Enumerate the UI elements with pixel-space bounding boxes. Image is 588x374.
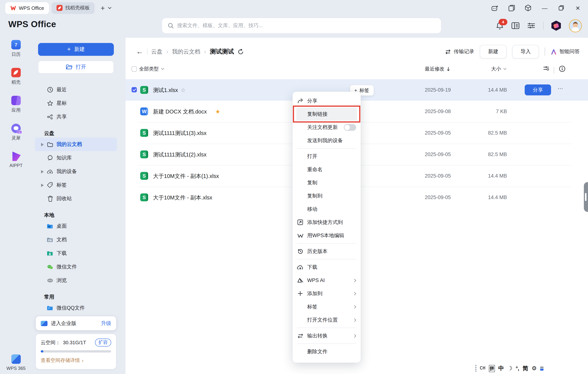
- side-panel-pull-handle[interactable]: [584, 182, 588, 212]
- rail-item-calendar[interactable]: 7 日历: [0, 40, 32, 58]
- menu-item-output-convert[interactable]: 输出转换: [293, 329, 361, 342]
- menu-item-tag[interactable]: 标签: [293, 300, 361, 313]
- expand-storage-button[interactable]: 扩容: [95, 339, 111, 346]
- ime-simplified-mode[interactable]: 简: [523, 365, 528, 372]
- new-tab-button[interactable]: +: [101, 4, 105, 11]
- tab-wps-office[interactable]: WPS Office: [5, 2, 49, 14]
- minimize-button[interactable]: —: [541, 5, 549, 11]
- rail-item-lingxi[interactable]: 灵犀: [0, 124, 32, 141]
- workspace-app-icon[interactable]: [551, 21, 561, 31]
- menu-item-edit-with-wps-local[interactable]: 用WPS本地编辑: [293, 229, 361, 242]
- sidebar-item-knowledge-base[interactable]: 知识库: [35, 151, 117, 165]
- menu-item-share[interactable]: 分享: [293, 94, 361, 107]
- close-button[interactable]: ✕: [574, 5, 582, 11]
- sidebar-item-recycle-bin[interactable]: 回收站: [35, 192, 117, 205]
- menu-item-follow-updates[interactable]: 关注文档更新: [293, 121, 361, 134]
- back-button[interactable]: ←: [136, 47, 143, 56]
- menu-item-move[interactable]: 移动: [293, 203, 361, 216]
- type-filter[interactable]: 全部类型: [139, 66, 159, 72]
- enterprise-banner[interactable]: 进入企业版 升级: [36, 316, 116, 330]
- ime-skin-icon[interactable]: [540, 366, 544, 370]
- upgrade-link[interactable]: 升级: [101, 320, 111, 327]
- menu-item-send-to-device[interactable]: 发送到我的设备: [293, 134, 361, 147]
- file-name[interactable]: 新建 DOCX 文档.docx: [153, 108, 207, 115]
- sidebar-item-tags[interactable]: 标签: [35, 178, 117, 192]
- menu-item-add-to[interactable]: 添加到: [293, 287, 361, 300]
- sidebar-item-desktop[interactable]: 桌面: [35, 219, 117, 233]
- select-all-checkbox[interactable]: [132, 66, 137, 72]
- refresh-button[interactable]: [238, 49, 243, 54]
- new-file-button[interactable]: 新建: [480, 45, 507, 58]
- tab-list-chevron[interactable]: [108, 7, 112, 9]
- menu-item-copy[interactable]: 复制: [293, 176, 361, 189]
- menu-item-rename[interactable]: 重命名: [293, 163, 361, 176]
- sidebar-item-my-cloud-docs[interactable]: 我的云文档: [35, 138, 117, 151]
- menu-item-open-file-location[interactable]: 打开文件位置: [293, 313, 361, 327]
- menu-item-wps-ai[interactable]: WPS AI: [293, 274, 361, 287]
- rail-item-docer[interactable]: 稻壳: [0, 68, 32, 85]
- star-outline-icon[interactable]: ☆: [180, 87, 186, 94]
- row-checkbox-checked[interactable]: [132, 87, 137, 92]
- more-actions-button[interactable]: …: [557, 84, 564, 90]
- follow-updates-toggle-off[interactable]: [344, 124, 356, 131]
- rail-item-apps[interactable]: 应用: [0, 96, 32, 114]
- file-name[interactable]: 大于10M文件 - 副本.xlsx: [153, 194, 212, 201]
- expand-caret-icon[interactable]: [41, 143, 44, 146]
- sort-modified[interactable]: 最近修改: [425, 66, 450, 72]
- share-button[interactable]: 分享: [525, 85, 551, 95]
- transfer-history-button[interactable]: 传输记录: [445, 48, 474, 55]
- sidebar-item-my-devices[interactable]: 我的设备: [35, 165, 117, 178]
- list-filter-button[interactable]: [543, 66, 549, 71]
- global-search-input[interactable]: 搜索文件、模板、文库、应用、技巧...: [162, 18, 441, 33]
- rail-item-aippt[interactable]: AIPPT: [0, 151, 32, 168]
- sidebar-item-downloads[interactable]: 下载: [35, 246, 117, 260]
- user-avatar[interactable]: [569, 19, 582, 32]
- ai-assistant-icon[interactable]: [491, 5, 499, 11]
- menu-item-copy-link[interactable]: 复制链接: [296, 107, 357, 121]
- star-filled-icon[interactable]: ★: [215, 108, 220, 115]
- ime-drag-handle[interactable]: [475, 365, 476, 372]
- open-file-button[interactable]: 打开: [38, 61, 114, 74]
- file-name[interactable]: 测试1111测试1(2).xlsx: [153, 151, 207, 158]
- reading-view-icon[interactable]: [512, 22, 519, 29]
- expand-caret-icon[interactable]: [41, 170, 44, 173]
- sidebar-item-shared[interactable]: 共享: [35, 110, 117, 124]
- ime-punctuation-mode[interactable]: °,: [516, 365, 519, 371]
- sidebar-item-browse[interactable]: 浏览: [35, 274, 117, 287]
- expand-caret-icon[interactable]: [41, 184, 44, 187]
- settings-sliders-icon[interactable]: [527, 22, 535, 29]
- ime-chinese-mode[interactable]: 中: [498, 365, 504, 372]
- ime-halfwidth-icon[interactable]: ☽: [507, 365, 513, 372]
- notifications-button[interactable]: 4: [496, 22, 504, 30]
- menu-item-open[interactable]: 打开: [293, 150, 361, 163]
- new-document-button[interactable]: + 新建: [38, 43, 114, 56]
- breadcrumb-root[interactable]: 云盘: [151, 48, 162, 55]
- restore-button[interactable]: [557, 5, 565, 11]
- ime-settings-gear-icon[interactable]: ⚙: [532, 365, 537, 372]
- menu-item-delete-file[interactable]: 删除文件: [293, 345, 361, 358]
- file-name[interactable]: 测试1111测试1(3).xlsx: [153, 130, 207, 137]
- sidebar-item-documents[interactable]: 文档: [35, 233, 117, 246]
- widget-cube-icon[interactable]: [524, 5, 532, 11]
- menu-item-download[interactable]: 下载: [293, 260, 361, 274]
- menu-item-copy-to[interactable]: 复制到: [293, 189, 361, 203]
- file-name[interactable]: 大于10M文件 - 副本(1).xlsx: [153, 173, 219, 180]
- file-name[interactable]: 测试1.xlsx: [153, 87, 178, 94]
- storage-detail-link[interactable]: 查看空间存储详情 ›: [41, 357, 111, 364]
- ime-pinyin-indicator[interactable]: 拼: [489, 365, 495, 372]
- import-button[interactable]: 导入: [512, 45, 539, 58]
- breadcrumb-parent[interactable]: 我的云文档: [172, 48, 200, 55]
- info-button[interactable]: [559, 66, 565, 72]
- rail-item-wps365[interactable]: WPS 365: [0, 354, 32, 371]
- ime-language-indicator[interactable]: CH: [480, 366, 485, 371]
- sidebar-item-wechat-files[interactable]: 微信文件: [35, 260, 117, 274]
- workspace-stack-icon[interactable]: [507, 5, 516, 11]
- sidebar-item-wechat-qq-files[interactable]: 微信QQ文件: [35, 301, 117, 315]
- tab-docer-template[interactable]: 找稻壳模板: [52, 2, 94, 14]
- sidebar-item-recent[interactable]: 最近: [35, 83, 117, 96]
- menu-item-history-versions[interactable]: 历史版本: [293, 245, 361, 258]
- sidebar-item-starred[interactable]: 星标: [35, 96, 117, 110]
- menu-item-add-shortcut[interactable]: 添加快捷方式到: [293, 216, 361, 229]
- ai-qa-button[interactable]: 智能问答: [551, 48, 580, 55]
- sort-size[interactable]: 大小: [491, 66, 507, 72]
